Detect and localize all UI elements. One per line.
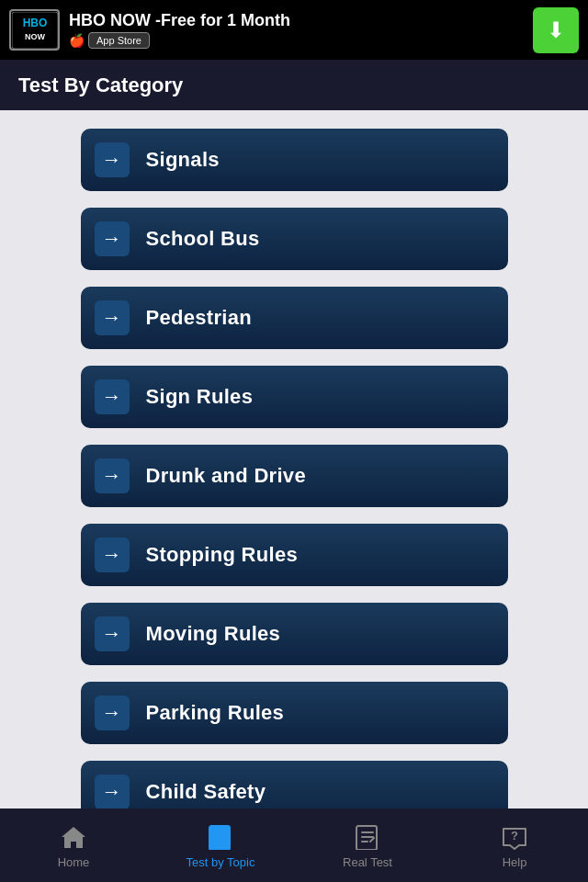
arrow-icon-school-bus: [95, 221, 130, 256]
help-label: Help: [503, 855, 527, 869]
ad-banner[interactable]: HBO NOW HBO NOW -Free for 1 Month 🍎 App …: [0, 0, 588, 60]
arrow-icon-pedestrian: [95, 300, 130, 335]
nav-home[interactable]: Home: [0, 808, 147, 882]
category-label-school-bus: School Bus: [146, 227, 260, 251]
nav-test-by-topic[interactable]: Test by Topic: [147, 808, 294, 882]
main-content: Signals School Bus Pedestrian Sign Rules…: [0, 110, 588, 808]
category-btn-moving-rules[interactable]: Moving Rules: [81, 603, 508, 665]
category-btn-school-bus[interactable]: School Bus: [81, 208, 508, 270]
svg-text:?: ?: [511, 829, 518, 842]
category-btn-signals[interactable]: Signals: [81, 129, 508, 191]
real-test-label: Real Test: [343, 855, 392, 869]
real-test-icon: [353, 822, 382, 852]
arrow-icon-parking-rules: [95, 695, 130, 730]
category-btn-parking-rules[interactable]: Parking Rules: [81, 682, 508, 744]
nav-real-test[interactable]: Real Test: [294, 808, 441, 882]
category-label-drunk-and-drive: Drunk and Drive: [146, 464, 306, 488]
arrow-icon-stopping-rules: [95, 537, 130, 572]
ad-text: HBO NOW -Free for 1 Month 🍎 App Store: [69, 11, 524, 49]
nav-help[interactable]: ? Help: [441, 808, 588, 882]
category-label-child-safety: Child Safety: [146, 780, 266, 804]
home-label: Home: [58, 855, 90, 869]
arrow-icon-drunk-and-drive: [95, 458, 130, 493]
bottom-navigation: Home Test by Topic Real Test ?: [0, 808, 588, 882]
category-label-stopping-rules: Stopping Rules: [146, 543, 299, 567]
category-btn-stopping-rules[interactable]: Stopping Rules: [81, 524, 508, 586]
svg-text:HBO: HBO: [22, 17, 47, 29]
category-label-parking-rules: Parking Rules: [146, 701, 285, 725]
apple-icon: 🍎: [69, 33, 85, 48]
arrow-icon-moving-rules: [95, 616, 130, 651]
arrow-icon-signals: [95, 142, 130, 177]
category-label-moving-rules: Moving Rules: [146, 622, 281, 646]
arrow-icon-child-safety: [95, 775, 130, 808]
category-btn-drunk-and-drive[interactable]: Drunk and Drive: [81, 445, 508, 507]
home-icon: [59, 822, 88, 852]
test-by-topic-icon: [206, 822, 235, 852]
ad-title: HBO NOW -Free for 1 Month: [69, 11, 524, 30]
test-by-topic-label: Test by Topic: [187, 855, 255, 869]
svg-text:NOW: NOW: [25, 32, 46, 41]
arrow-icon-sign-rules: [95, 379, 130, 414]
app-store-badge: App Store: [88, 32, 150, 49]
hbo-logo: HBO NOW: [9, 9, 60, 51]
category-btn-child-safety[interactable]: Child Safety: [81, 761, 508, 808]
ad-appstore: 🍎 App Store: [69, 32, 524, 49]
category-label-sign-rules: Sign Rules: [146, 385, 254, 409]
category-label-signals: Signals: [146, 148, 220, 172]
category-btn-pedestrian[interactable]: Pedestrian: [81, 287, 508, 349]
category-btn-sign-rules[interactable]: Sign Rules: [81, 366, 508, 428]
download-button[interactable]: ⬇: [533, 7, 579, 53]
page-header: Test By Category: [0, 60, 588, 110]
category-label-pedestrian: Pedestrian: [146, 306, 253, 330]
page-title: Test By Category: [18, 74, 183, 97]
help-icon: ?: [500, 822, 529, 852]
